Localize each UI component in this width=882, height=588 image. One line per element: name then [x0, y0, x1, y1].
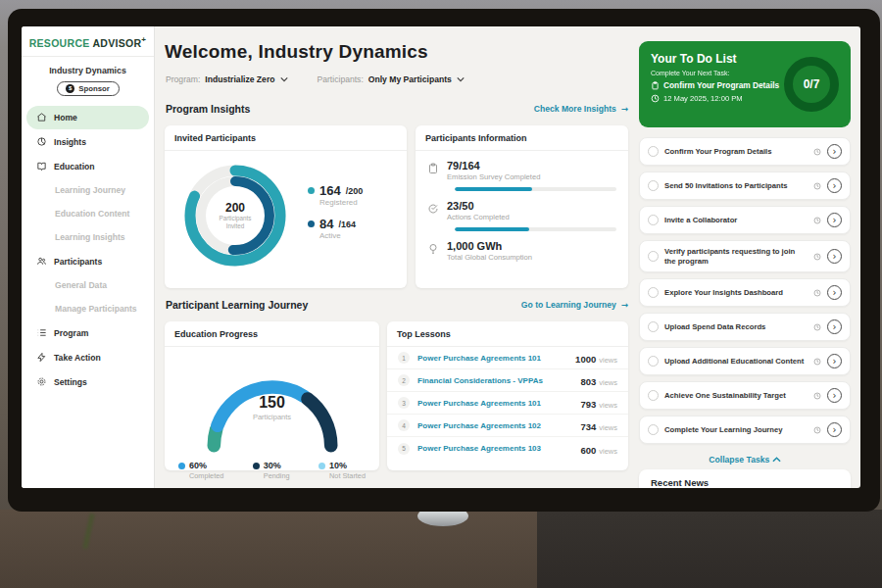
- task-checkbox[interactable]: [648, 321, 659, 332]
- task-checkbox[interactable]: [648, 390, 659, 401]
- gear-icon: [36, 376, 47, 387]
- legend-registered: 164 /200 Registered: [308, 183, 363, 207]
- legend-completed: 60% Completed: [178, 461, 223, 480]
- app-logo: RESOURCE ADVISOR+: [22, 26, 154, 57]
- views-suffix: views: [599, 356, 617, 365]
- sidebar-item-general-data[interactable]: General Data: [26, 274, 149, 297]
- sidebar-item-label: Program: [54, 328, 88, 338]
- task-label: Invite a Collaborator: [664, 216, 808, 225]
- sidebar-item-settings[interactable]: Settings: [26, 370, 149, 394]
- task-checkbox[interactable]: [648, 287, 659, 298]
- go-to-learning-journey-link[interactable]: Go to Learning Journey →: [521, 300, 628, 310]
- task-row: Upload Spend Data Records ›: [639, 313, 851, 341]
- task-go-button[interactable]: ›: [827, 285, 842, 300]
- sidebar-item-label: Manage Participants: [55, 304, 137, 314]
- lesson-link[interactable]: Financial Considerations - VPPAs: [417, 376, 572, 385]
- sidebar-item-education[interactable]: Education: [26, 155, 149, 178]
- sidebar-item-label: Take Action: [54, 353, 101, 363]
- task-row: Explore Your Insights Dashboard ›: [639, 278, 851, 307]
- task-go-button[interactable]: ›: [827, 213, 842, 227]
- arrow-right-icon: →: [621, 104, 628, 114]
- todo-progress-value: 0/7: [804, 77, 820, 91]
- task-checkbox[interactable]: [648, 146, 659, 157]
- program-value: Industrialize Zero: [205, 74, 274, 84]
- sidebar-item-participants[interactable]: Participants: [26, 250, 149, 273]
- info-value: 1,000 GWh: [447, 240, 532, 252]
- info-label: Emission Survey Completed: [447, 172, 540, 181]
- progress-fill: [455, 187, 532, 191]
- program-insights-title: Program Insights: [166, 103, 250, 115]
- clock-icon: [813, 323, 821, 331]
- invited-chart-body: 200 Participants Invited 164 /200 Regist…: [165, 151, 407, 272]
- sidebar-item-manage-participants[interactable]: Manage Participants: [26, 298, 149, 320]
- lesson-link[interactable]: Power Purchase Agreements 101: [417, 399, 572, 408]
- sidebar-item-label: Learning Insights: [55, 232, 125, 242]
- task-row: Invite a Collaborator ›: [639, 206, 851, 234]
- donut-center-label: 200 Participants Invited: [178, 159, 292, 272]
- task-list: Confirm Your Program Details › Send 50 I…: [639, 137, 851, 444]
- legend-dot: [253, 463, 260, 469]
- views-count: 734: [580, 421, 596, 432]
- sidebar-item-home[interactable]: Home: [26, 106, 149, 129]
- legend-label: Pending: [264, 471, 290, 480]
- rank-badge: 4: [398, 419, 410, 431]
- program-select[interactable]: Program: Industrialize Zero: [166, 74, 288, 84]
- sidebar-item-program[interactable]: Program: [26, 321, 149, 345]
- education-total: 150: [179, 394, 366, 412]
- program-label: Program:: [166, 74, 200, 84]
- sidebar-item-learning-insights[interactable]: Learning Insights: [26, 226, 149, 249]
- task-go-button[interactable]: ›: [827, 319, 842, 334]
- recent-news-title: Recent News: [651, 477, 839, 488]
- task-label: Upload Additional Educational Content: [664, 357, 808, 367]
- task-go-button[interactable]: ›: [827, 178, 842, 193]
- lesson-link[interactable]: Power Purchase Agreements 103: [417, 444, 572, 453]
- take-action-icon: [36, 352, 47, 363]
- lesson-link[interactable]: Power Purchase Agreements 102: [417, 421, 572, 430]
- clock-icon: [651, 94, 660, 103]
- lesson-link[interactable]: Power Purchase Agreements 101: [417, 354, 567, 363]
- sidebar-item-label: Settings: [54, 377, 87, 387]
- participants-information-card: Participants Information 79/164 Emission…: [416, 125, 628, 288]
- task-label: Send 50 Invitations to Participants: [664, 181, 808, 191]
- chevron-down-icon: [280, 76, 288, 82]
- task-checkbox[interactable]: [648, 251, 659, 262]
- home-icon: [36, 112, 47, 122]
- education-center-label: Participants: [179, 413, 366, 421]
- sidebar-item-learning-journey[interactable]: Learning Journey: [26, 179, 149, 202]
- task-go-button[interactable]: ›: [827, 354, 842, 368]
- task-label: Achieve One Sustainability Target: [664, 391, 808, 401]
- check-more-insights-link[interactable]: Check More Insights →: [534, 104, 628, 114]
- sidebar-item-take-action[interactable]: Take Action: [26, 346, 149, 369]
- participants-select[interactable]: Participants: Only My Participants: [318, 74, 465, 84]
- legend-pct: 60%: [189, 461, 207, 470]
- collapse-tasks-link[interactable]: Collapse Tasks: [639, 455, 851, 465]
- todo-subtitle: Complete Your Next Task:: [651, 70, 779, 76]
- task-checkbox[interactable]: [648, 424, 659, 435]
- page-title: Welcome, Industry Dynamics: [165, 41, 428, 63]
- invited-total: 200: [225, 201, 245, 215]
- sidebar-item-insights[interactable]: Insights: [26, 130, 149, 154]
- monitor-bezel: RESOURCE ADVISOR+ Industry Dynamics $ Sp…: [8, 9, 880, 512]
- info-row-actions: 23/50 Actions Completed: [416, 191, 628, 221]
- task-checkbox[interactable]: [648, 356, 659, 367]
- clipboard-icon: [651, 81, 660, 90]
- invited-donut-chart: 200 Participants Invited: [178, 159, 292, 272]
- task-go-button[interactable]: ›: [827, 249, 842, 264]
- todo-progress-ring: 0/7: [784, 57, 839, 112]
- rank-badge: 5: [398, 443, 410, 455]
- legend-value: 164: [319, 183, 341, 198]
- sidebar-item-education-content[interactable]: Education Content: [26, 203, 149, 225]
- task-go-button[interactable]: ›: [827, 422, 842, 437]
- sidebar-item-label: Participants: [54, 257, 102, 267]
- task-checkbox[interactable]: [648, 215, 659, 225]
- donut-legend: 164 /200 Registered 84 /164 Active: [308, 173, 363, 250]
- card-title: Participants Information: [416, 125, 628, 151]
- recent-news-card: Recent News: [639, 469, 851, 488]
- chevron-down-icon: [457, 76, 465, 82]
- legend-label: Active: [319, 231, 363, 240]
- legend-dot: [308, 187, 315, 194]
- task-go-button[interactable]: ›: [827, 388, 842, 403]
- task-checkbox[interactable]: [648, 180, 659, 191]
- task-go-button[interactable]: ›: [827, 144, 842, 159]
- actions-progress-bar: [455, 227, 616, 231]
